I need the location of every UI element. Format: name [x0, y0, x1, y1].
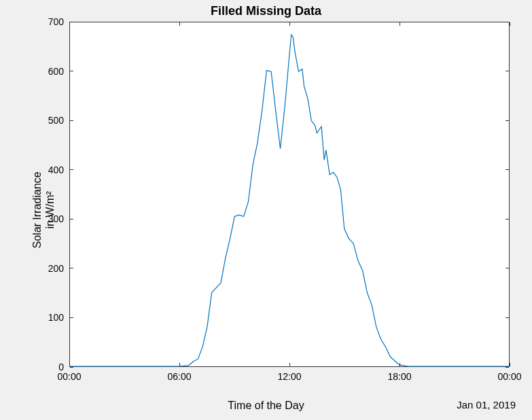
y-axis-label-text: Solar Irradiance in W/m²: [31, 172, 56, 249]
x-tick: [510, 22, 510, 26]
x-tick: [289, 363, 290, 366]
x-tick: [289, 22, 290, 26]
y-tick: [70, 317, 73, 318]
y-axis-label: Solar Irradiance in W/m²: [31, 172, 56, 249]
irradiance-line: [70, 35, 509, 366]
y-tick-label: 400: [30, 164, 64, 175]
y-tick: [506, 169, 509, 170]
y-tick-label: 700: [30, 16, 64, 27]
y-tick-label: 300: [30, 213, 64, 224]
x-tick-label: 06:00: [167, 371, 191, 382]
y-tick: [506, 22, 509, 22]
y-tick-label: 600: [30, 66, 64, 77]
y-tick-label: 100: [30, 312, 64, 323]
x-tick: [179, 22, 180, 26]
y-tick: [506, 120, 509, 121]
plot-axes: [69, 22, 510, 367]
x-tick: [69, 22, 70, 26]
chart-title: Filled Missing Data: [0, 4, 532, 18]
x-tick: [400, 22, 400, 26]
y-tick: [506, 71, 509, 71]
y-tick: [70, 219, 73, 220]
date-annotation: Jan 01, 2019: [457, 399, 516, 410]
y-tick: [506, 268, 509, 268]
figure: Filled Missing Data Solar Irradiance in …: [0, 0, 532, 420]
x-tick-label: 00:00: [57, 371, 81, 382]
y-tick-label: 200: [30, 263, 64, 274]
y-tick: [506, 367, 509, 368]
x-tick-label: 00:00: [497, 371, 521, 382]
y-tick: [70, 120, 73, 121]
y-tick: [70, 169, 73, 170]
x-axis-label: Time of the Day: [0, 400, 532, 412]
x-tick-label: 18:00: [387, 371, 411, 382]
line-series: [70, 22, 509, 366]
y-tick: [506, 219, 509, 220]
x-tick: [510, 363, 510, 366]
y-tick: [70, 367, 73, 368]
x-tick-label: 12:00: [277, 371, 301, 382]
x-tick: [179, 363, 180, 366]
y-tick: [506, 317, 509, 318]
y-tick: [70, 268, 73, 268]
y-tick-label: 500: [30, 115, 64, 126]
x-tick: [400, 363, 400, 366]
y-tick: [70, 22, 73, 22]
x-tick: [69, 363, 70, 366]
y-tick: [70, 71, 73, 71]
